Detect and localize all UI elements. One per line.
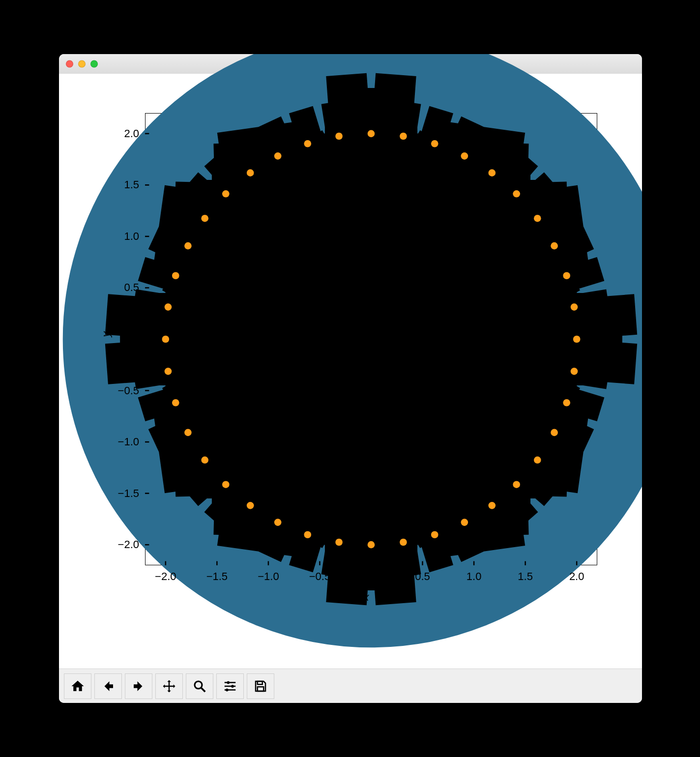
boundary-node bbox=[513, 481, 520, 488]
svg-line-191 bbox=[479, 466, 497, 482]
boundary-node bbox=[335, 539, 343, 546]
svg-point-509 bbox=[227, 681, 230, 684]
y-tick-label: −0.5 bbox=[105, 384, 139, 397]
boundary-node bbox=[400, 539, 407, 546]
y-tick-label: −1.0 bbox=[105, 436, 139, 448]
plot-svg bbox=[145, 113, 597, 565]
boundary-node bbox=[201, 215, 208, 222]
sliders-icon bbox=[223, 679, 237, 694]
svg-line-185 bbox=[229, 213, 245, 232]
save-button[interactable] bbox=[247, 673, 274, 699]
boundary-node bbox=[172, 272, 179, 279]
svg-point-511 bbox=[231, 685, 234, 688]
boundary-node bbox=[461, 519, 468, 526]
y-tick-label: 0.5 bbox=[105, 281, 139, 294]
boundary-node bbox=[400, 133, 407, 140]
window-controls bbox=[66, 60, 98, 68]
boundary-node bbox=[165, 368, 172, 375]
x-axis-label: x bbox=[364, 591, 369, 604]
y-tick-label: 2.0 bbox=[105, 127, 139, 140]
x-tick-label: −0.5 bbox=[309, 570, 330, 583]
boundary-node bbox=[563, 399, 570, 407]
boundary-node bbox=[304, 531, 311, 538]
boundary-node bbox=[571, 303, 578, 311]
home-button[interactable] bbox=[64, 673, 91, 699]
boundary-node bbox=[431, 140, 438, 147]
svg-line-184 bbox=[497, 213, 514, 232]
boundary-node bbox=[368, 130, 375, 138]
minimize-button[interactable] bbox=[78, 60, 86, 68]
svg-line-187 bbox=[497, 447, 514, 466]
matplotlib-toolbar bbox=[59, 669, 642, 703]
boundary-node bbox=[513, 190, 520, 198]
svg-line-507 bbox=[202, 688, 205, 692]
boundary-node bbox=[162, 336, 170, 343]
y-tick-label: 1.5 bbox=[105, 178, 139, 191]
boundary-node bbox=[534, 456, 541, 464]
boundary-node bbox=[488, 169, 496, 176]
boundary-node bbox=[571, 368, 578, 375]
x-tick-label: −1.5 bbox=[206, 570, 228, 583]
x-tick-label: 2.0 bbox=[569, 570, 584, 583]
boundary-node bbox=[431, 531, 438, 538]
boundary-node bbox=[165, 303, 172, 311]
boundary-node bbox=[368, 541, 375, 549]
y-tick-label: 1.0 bbox=[105, 230, 139, 243]
x-tick-label: 1.0 bbox=[467, 570, 482, 583]
boundary-node bbox=[461, 152, 468, 160]
boundary-node bbox=[222, 190, 230, 198]
boundary-node bbox=[247, 169, 254, 176]
boundary-node bbox=[222, 481, 230, 488]
boundary-node bbox=[184, 429, 192, 437]
svg-line-186 bbox=[229, 447, 245, 466]
svg-line-188 bbox=[479, 197, 497, 213]
home-icon bbox=[70, 679, 85, 694]
configure-button[interactable] bbox=[216, 673, 244, 699]
arrow-right-icon bbox=[131, 679, 146, 694]
save-icon bbox=[253, 679, 268, 694]
svg-point-506 bbox=[195, 681, 202, 689]
boundary-node bbox=[335, 133, 343, 140]
desktop: Figure 1 −2.0−1.5−1.0−0.50.00.51.01.52.0… bbox=[0, 0, 700, 757]
boundary-node bbox=[274, 519, 282, 526]
pan-button[interactable] bbox=[155, 673, 183, 699]
boundary-node bbox=[488, 502, 496, 509]
boundary-node bbox=[573, 336, 581, 343]
arrow-left-icon bbox=[101, 679, 116, 694]
boundary-node bbox=[304, 140, 311, 147]
boundary-node bbox=[184, 242, 192, 250]
boundary-node bbox=[551, 242, 558, 250]
boundary-node bbox=[172, 399, 179, 407]
boundary-node bbox=[274, 152, 282, 160]
boundary-node bbox=[201, 456, 208, 464]
x-tick-label: −2.0 bbox=[155, 570, 176, 583]
y-tick-label: −2.0 bbox=[105, 538, 139, 551]
x-tick-label: 0.5 bbox=[415, 570, 430, 583]
svg-line-190 bbox=[245, 466, 263, 482]
zoom-button[interactable] bbox=[186, 673, 213, 699]
boundary-node bbox=[551, 429, 558, 437]
y-tick-label: −1.5 bbox=[105, 487, 139, 500]
move-icon bbox=[162, 679, 176, 694]
x-tick-label: −1.0 bbox=[258, 570, 279, 583]
boundary-node bbox=[534, 215, 541, 222]
boundary-node bbox=[247, 502, 254, 509]
figure-canvas[interactable]: −2.0−1.5−1.0−0.50.00.51.01.52.0 −2.0−1.5… bbox=[59, 74, 642, 669]
zoom-window-button[interactable] bbox=[90, 60, 98, 68]
y-axis-label: y bbox=[100, 332, 113, 337]
boundary-node bbox=[563, 272, 570, 279]
x-tick-label: 1.5 bbox=[518, 570, 533, 583]
forward-button[interactable] bbox=[125, 673, 152, 699]
svg-line-189 bbox=[245, 197, 263, 213]
svg-rect-515 bbox=[258, 687, 264, 691]
figure-window: Figure 1 −2.0−1.5−1.0−0.50.00.51.01.52.0… bbox=[59, 54, 642, 703]
close-button[interactable] bbox=[66, 60, 73, 68]
back-button[interactable] bbox=[94, 673, 122, 699]
zoom-icon bbox=[192, 679, 207, 694]
svg-rect-514 bbox=[258, 681, 262, 684]
x-tick-label: 0.0 bbox=[364, 570, 379, 583]
svg-point-513 bbox=[226, 688, 229, 691]
